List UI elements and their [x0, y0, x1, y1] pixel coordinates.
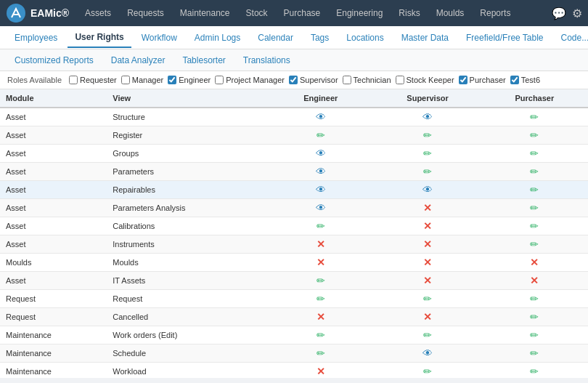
cell-engineer: ✏: [267, 126, 374, 145]
pencil-icon: ✏: [530, 129, 539, 141]
role-stock-keeper-label: Stock Keeper: [407, 76, 454, 84]
x-icon: ✕: [317, 366, 325, 377]
x-icon: ✕: [423, 257, 432, 268]
nav-freefield[interactable]: Freefield/Free Table: [459, 28, 551, 47]
nav-assets[interactable]: Assets: [78, 5, 118, 21]
cell-view: Workload: [107, 363, 267, 379]
pencil-icon: ✏: [317, 220, 325, 232]
table-row: Request Request ✏ ✏ ✏: [0, 290, 588, 308]
nav-tags[interactable]: Tags: [303, 28, 336, 47]
role-supervisor[interactable]: Supervisor: [289, 76, 338, 84]
col-header-engineer: Engineer: [267, 89, 374, 108]
eye-icon: 👁: [422, 111, 433, 123]
role-manager[interactable]: Manager: [121, 76, 163, 84]
role-manager-label: Manager: [132, 76, 163, 84]
cell-module: Asset: [0, 126, 107, 145]
cell-view: Parameters: [107, 163, 267, 181]
table-row: Maintenance Schedule ✏ 👁 ✏: [0, 344, 588, 363]
eye-icon: 👁: [316, 184, 326, 195]
pencil-icon: ✏: [530, 238, 539, 250]
role-technician-checkbox[interactable]: [343, 76, 351, 84]
cell-supervisor: 👁: [374, 344, 481, 363]
cell-view: Moulds: [107, 254, 267, 272]
nav-engineering[interactable]: Engineering: [329, 5, 390, 21]
pencil-icon: ✏: [423, 129, 432, 141]
nav-data-analyzer[interactable]: Data Analyzer: [104, 52, 173, 68]
nav-translations[interactable]: Translations: [236, 52, 298, 68]
eye-icon: 👁: [316, 202, 326, 214]
pencil-icon: ✏: [317, 275, 325, 286]
x-icon: ✕: [530, 275, 539, 286]
role-engineer-checkbox[interactable]: [168, 76, 176, 84]
nav-requests[interactable]: Requests: [120, 5, 171, 21]
cell-view: IT Assets: [107, 272, 267, 290]
nav-reports[interactable]: Reports: [473, 5, 518, 21]
nav-workflow[interactable]: Workflow: [134, 28, 184, 47]
settings-icon[interactable]: ⚙: [572, 7, 582, 20]
col-header-purchaser: Purchaser: [481, 89, 588, 108]
pencil-icon: ✏: [423, 293, 432, 305]
roles-label: Roles Available: [7, 76, 62, 84]
role-purchaser[interactable]: Purchaser: [459, 76, 506, 84]
nav-master-data[interactable]: Master Data: [394, 28, 456, 47]
cell-view: Calibrations: [107, 217, 267, 235]
cell-module: Request: [0, 290, 107, 308]
nav-locations[interactable]: Locations: [339, 28, 391, 47]
nav-customized-reports[interactable]: Customized Reports: [7, 52, 101, 68]
nav-calendar[interactable]: Calendar: [250, 28, 301, 47]
role-supervisor-checkbox[interactable]: [289, 76, 298, 84]
x-icon: ✕: [423, 202, 432, 214]
eye-icon: 👁: [422, 184, 433, 195]
table-row: Asset Parameters Analysis 👁 ✕ ✏: [0, 199, 588, 217]
nav-maintenance[interactable]: Maintenance: [173, 5, 237, 21]
x-icon: ✕: [530, 257, 539, 268]
nav-stock[interactable]: Stock: [239, 5, 275, 21]
x-icon: ✕: [423, 311, 432, 323]
nav-risks[interactable]: Risks: [391, 5, 427, 21]
role-engineer[interactable]: Engineer: [168, 76, 211, 84]
pencil-icon: ✏: [530, 148, 539, 159]
role-test6-checkbox[interactable]: [510, 76, 519, 84]
role-purchaser-checkbox[interactable]: [459, 76, 467, 84]
table-row: Maintenance Work orders (Edit) ✏ ✏ ✏: [0, 326, 588, 344]
cell-supervisor: ✕: [374, 272, 481, 290]
cell-purchaser: ✏: [481, 308, 588, 326]
pencil-icon: ✏: [530, 293, 539, 305]
role-stock-keeper-checkbox[interactable]: [396, 76, 404, 84]
logo[interactable]: EAMic®: [6, 3, 69, 23]
cell-engineer: 👁: [267, 163, 374, 181]
chat-icon[interactable]: 💬: [552, 7, 566, 20]
table-row: Request Cancelled ✕ ✕ ✏: [0, 308, 588, 326]
cell-engineer: ✕: [267, 363, 374, 379]
nav-employees[interactable]: Employees: [7, 28, 65, 47]
role-project-manager[interactable]: Project Manager: [215, 76, 285, 84]
cell-purchaser: ✕: [481, 272, 588, 290]
role-requester-checkbox[interactable]: [69, 76, 78, 84]
col-header-view: View: [107, 89, 267, 108]
nav-user-rights[interactable]: User Rights: [68, 28, 131, 48]
second-navigation: Employees User Rights Workflow Admin Log…: [0, 26, 588, 49]
pencil-icon: ✏: [530, 220, 539, 232]
role-test6[interactable]: Test6: [510, 76, 540, 84]
cell-supervisor: ✕: [374, 199, 481, 217]
cell-engineer: ✏: [267, 272, 374, 290]
cell-module: Asset: [0, 163, 107, 181]
nav-admin-logs[interactable]: Admin Logs: [187, 28, 248, 47]
role-technician[interactable]: Technician: [343, 76, 391, 84]
role-stock-keeper[interactable]: Stock Keeper: [396, 76, 454, 84]
nav-moulds[interactable]: Moulds: [429, 5, 472, 21]
cell-supervisor: ✏: [374, 290, 481, 308]
role-project-manager-checkbox[interactable]: [215, 76, 224, 84]
pencil-icon: ✏: [317, 329, 325, 341]
cell-view: Groups: [107, 145, 267, 163]
table-row: Asset Repairables 👁 👁 ✏: [0, 181, 588, 199]
role-manager-checkbox[interactable]: [121, 76, 130, 84]
nav-tablesorter[interactable]: Tablesorter: [175, 52, 232, 68]
nav-code[interactable]: Code...: [554, 28, 588, 47]
role-requester[interactable]: Requester: [69, 76, 117, 84]
pencil-icon: ✏: [530, 311, 539, 323]
cell-module: Request: [0, 308, 107, 326]
cell-supervisor: ✏: [374, 163, 481, 181]
nav-purchase[interactable]: Purchase: [277, 5, 328, 21]
logo-text: EAMic®: [30, 7, 69, 19]
